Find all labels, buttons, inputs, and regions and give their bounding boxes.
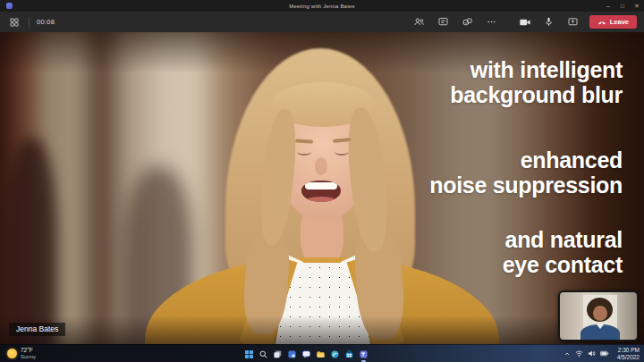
people-icon[interactable] bbox=[412, 15, 427, 29]
widgets-icon[interactable] bbox=[286, 346, 298, 362]
toolbar-left-group: 00:08 bbox=[7, 15, 55, 29]
caption-eye-contact: and natural eye contact bbox=[503, 227, 623, 277]
weather-temperature: 72°F bbox=[21, 347, 36, 353]
edge-icon[interactable] bbox=[329, 346, 341, 362]
caption-line: with intelligent bbox=[450, 57, 623, 82]
meeting-timer: 00:08 bbox=[37, 18, 55, 26]
caption-noise-suppression: enhanced noise suppression bbox=[429, 147, 623, 198]
battery-icon[interactable] bbox=[600, 349, 609, 358]
eye bbox=[335, 148, 349, 156]
window-title: Meeting with Jenna Bates bbox=[0, 4, 644, 9]
store-icon[interactable] bbox=[343, 346, 355, 362]
smiling-mouth bbox=[301, 181, 341, 202]
tray-date: 4/5/2022 bbox=[617, 354, 640, 361]
desktop-screen: Meeting with Jenna Bates – □ ✕ 00:08 bbox=[0, 0, 644, 362]
caption-line: noise suppression bbox=[429, 173, 623, 198]
file-explorer-icon[interactable] bbox=[315, 346, 326, 362]
taskbar-app-icons bbox=[243, 345, 369, 362]
gallery-view-icon[interactable] bbox=[7, 15, 21, 29]
microphone-icon[interactable] bbox=[542, 15, 556, 29]
caption-line: and natural bbox=[503, 227, 623, 252]
nose bbox=[315, 157, 327, 175]
eye bbox=[297, 148, 311, 156]
caption-line: enhanced bbox=[429, 147, 623, 173]
bottom-vignette bbox=[0, 316, 644, 344]
caption-line: eye contact bbox=[503, 252, 623, 277]
system-tray: 2:30 PM 4/5/2022 bbox=[564, 347, 640, 361]
leave-button-label: Leave bbox=[610, 18, 629, 26]
teeth bbox=[305, 182, 337, 189]
main-video-feed: with intelligent background blur enhance… bbox=[0, 32, 644, 344]
leave-button[interactable]: Leave bbox=[589, 15, 637, 29]
reactions-icon[interactable] bbox=[461, 15, 475, 29]
wifi-icon[interactable] bbox=[575, 349, 583, 358]
search-icon[interactable] bbox=[258, 346, 269, 362]
volume-icon[interactable] bbox=[588, 349, 596, 358]
task-view-icon[interactable] bbox=[272, 346, 284, 362]
start-button[interactable] bbox=[243, 346, 255, 362]
window-titlebar: Meeting with Jenna Bates – □ ✕ bbox=[0, 0, 644, 12]
caption-line: background blur bbox=[450, 82, 623, 107]
weather-condition: Sunny bbox=[21, 354, 36, 360]
caption-background-blur: with intelligent background blur bbox=[450, 57, 623, 107]
toolbar-right-group: Leave bbox=[402, 15, 637, 29]
tray-time: 2:30 PM bbox=[617, 347, 640, 354]
sun-icon bbox=[7, 349, 17, 358]
more-options-icon[interactable] bbox=[485, 15, 499, 29]
chat-icon[interactable] bbox=[436, 15, 451, 29]
participant-name-tag: Jenna Bates bbox=[9, 323, 65, 336]
taskbar-clock[interactable]: 2:30 PM 4/5/2022 bbox=[617, 347, 640, 361]
chevron-up-icon[interactable] bbox=[564, 350, 571, 358]
pip-person-face bbox=[593, 306, 607, 321]
windows-taskbar: 72°F Sunny bbox=[0, 344, 644, 362]
self-view-pip[interactable] bbox=[558, 290, 639, 341]
chat-app-icon[interactable] bbox=[301, 346, 312, 362]
teams-app-icon[interactable] bbox=[358, 346, 369, 362]
weather-widget[interactable]: 72°F Sunny bbox=[7, 347, 36, 359]
meeting-toolbar: 00:08 bbox=[0, 12, 644, 32]
share-screen-icon[interactable] bbox=[566, 15, 580, 29]
toolbar-divider bbox=[29, 17, 30, 28]
hangup-phone-icon bbox=[597, 18, 606, 27]
camera-icon[interactable] bbox=[518, 15, 532, 29]
